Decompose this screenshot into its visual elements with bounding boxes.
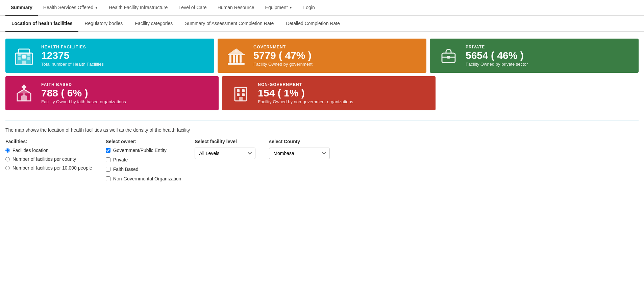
nav-summary[interactable]: Summary xyxy=(5,0,38,16)
card-private-number: 5654 ( 46% ) xyxy=(466,49,528,62)
checkbox-faith-input[interactable] xyxy=(106,167,110,172)
county-group: select County Mombasa Nairobi Kisumu Nak… xyxy=(269,139,330,159)
card-health-facilities-category: HEALTH FACILITIES xyxy=(41,45,104,49)
svg-rect-12 xyxy=(228,54,245,55)
facility-level-label: Select facility level xyxy=(195,139,255,144)
svg-rect-27 xyxy=(23,93,25,96)
nav-level-of-care[interactable]: Level of Care xyxy=(173,0,212,16)
nav-infrastructure[interactable]: Health Facility Infrastructure xyxy=(103,0,173,16)
radio-per-10k[interactable]: Number of facilities per 10,000 people xyxy=(5,165,92,171)
svg-rect-15 xyxy=(233,55,235,63)
facility-level-group: Select facility level All Levels Level 1… xyxy=(195,139,255,159)
top-navigation: Summary Health Services Offered ▼ Health… xyxy=(0,0,644,16)
svg-rect-14 xyxy=(229,55,231,63)
stats-cards: HEALTH FACILITIES 12375 Total number of … xyxy=(0,32,644,117)
checkbox-ngo-input[interactable] xyxy=(106,176,110,181)
svg-rect-26 xyxy=(21,95,27,101)
svg-rect-29 xyxy=(237,89,240,92)
subnav-categories[interactable]: Facility categories xyxy=(129,16,179,32)
card-faith-number: 788 ( 6% ) xyxy=(41,87,126,99)
radio-facilities-location[interactable]: Facilities location xyxy=(5,148,92,153)
card-private-category: PRIVATE xyxy=(466,45,528,49)
card-health-facilities: HEALTH FACILITIES 12375 Total number of … xyxy=(5,39,214,73)
government-icon xyxy=(224,46,248,66)
radio-per-county[interactable]: Number of facilities per county xyxy=(5,156,92,162)
svg-rect-9 xyxy=(27,53,30,56)
svg-rect-16 xyxy=(236,55,238,63)
card-private: PRIVATE 5654 ( 46% ) Facility Owned by p… xyxy=(430,39,639,73)
card-private-desc: Facility Owned by private sector xyxy=(466,62,528,67)
card-government-category: GOVERNMENT xyxy=(253,45,313,49)
svg-rect-17 xyxy=(240,55,242,63)
subnav-regulatory[interactable]: Regulatory bodies xyxy=(78,16,129,32)
checkbox-ngo[interactable]: Non-Governmental Organization xyxy=(106,176,181,181)
radio-per-10k-input[interactable] xyxy=(5,166,10,170)
sub-navigation: Location of health facilities Regulatory… xyxy=(0,16,644,32)
building-icon xyxy=(229,84,252,103)
checkbox-private-label: Private xyxy=(113,157,128,162)
checkbox-faith-label: Faith Based xyxy=(113,167,139,172)
svg-rect-23 xyxy=(22,86,26,88)
subnav-completion-summary[interactable]: Summary of Assessment Completion Rate xyxy=(179,16,280,32)
nav-equipment[interactable]: Equipment ▼ xyxy=(260,0,298,16)
facilities-label: Facilities: xyxy=(5,139,92,144)
svg-rect-7 xyxy=(27,57,30,60)
checkbox-private[interactable]: Private xyxy=(106,157,181,162)
checkbox-government-input[interactable] xyxy=(106,148,110,153)
subnav-location[interactable]: Location of health facilities xyxy=(5,16,78,32)
card-spacer xyxy=(439,76,639,110)
svg-marker-25 xyxy=(17,89,31,93)
svg-rect-8 xyxy=(18,53,21,56)
card-government-number: 5779 ( 47% ) xyxy=(253,49,313,62)
card-ngo-category: NON-GOVERNMENT xyxy=(258,82,353,87)
owner-control-group: Select owner: Government/Public Entity P… xyxy=(106,139,181,185)
card-faith-category: FAITH BASED xyxy=(41,82,126,87)
card-health-facilities-desc: Total number of Health Facilities xyxy=(41,62,104,67)
checkbox-faith[interactable]: Faith Based xyxy=(106,167,181,172)
card-non-government: NON-GOVERNMENT 154 ( 1% ) Facility Owned… xyxy=(222,76,435,110)
checkbox-government-label: Government/Public Entity xyxy=(113,148,167,153)
svg-rect-21 xyxy=(447,56,450,59)
cards-row-2: FAITH BASED 788 ( 6% ) Facility Owned by… xyxy=(5,76,639,110)
checkbox-private-input[interactable] xyxy=(106,157,110,162)
card-government: GOVERNMENT 5779 ( 47% ) Facility Owned b… xyxy=(218,39,426,73)
card-ngo-number: 154 ( 1% ) xyxy=(258,87,353,99)
radio-per-10k-label: Number of facilities per 10,000 people xyxy=(13,165,92,171)
svg-rect-5 xyxy=(24,54,24,59)
map-controls-section: The map shows the location of health fac… xyxy=(0,123,644,192)
subnav-completion-detail[interactable]: Detailed Completion Rate xyxy=(280,16,346,32)
card-faith-desc: Facility Owned by faith based organizati… xyxy=(41,99,126,104)
card-faith-based: FAITH BASED 788 ( 6% ) Facility Owned by… xyxy=(5,76,219,110)
nav-login[interactable]: Login xyxy=(298,0,320,16)
checkbox-ngo-label: Non-Governmental Organization xyxy=(113,176,181,181)
svg-point-18 xyxy=(235,50,238,52)
radio-per-county-label: Number of facilities per county xyxy=(13,156,76,162)
county-label: select County xyxy=(269,139,330,144)
health-services-dropdown-icon: ▼ xyxy=(95,6,98,9)
svg-rect-11 xyxy=(228,63,245,65)
facilities-control-group: Facilities: Facilities location Number o… xyxy=(5,139,92,174)
svg-rect-33 xyxy=(239,97,243,101)
map-controls: Facilities: Facilities location Number o… xyxy=(5,139,639,185)
equipment-dropdown-icon: ▼ xyxy=(289,6,293,9)
map-description-text: The map shows the location of health fac… xyxy=(5,127,639,133)
card-health-facilities-number: 12375 xyxy=(41,49,104,62)
radio-per-county-input[interactable] xyxy=(5,157,10,161)
svg-rect-32 xyxy=(242,93,245,96)
facility-level-select[interactable]: All Levels Level 1 Level 2 Level 3 Level… xyxy=(195,148,255,159)
svg-rect-10 xyxy=(22,61,26,64)
cards-row-1: HEALTH FACILITIES 12375 Total number of … xyxy=(5,39,639,73)
svg-rect-6 xyxy=(18,57,21,60)
svg-rect-30 xyxy=(242,89,245,92)
radio-facilities-location-input[interactable] xyxy=(5,148,10,153)
checkbox-government[interactable]: Government/Public Entity xyxy=(106,148,181,153)
nav-human-resource[interactable]: Human Resource xyxy=(212,0,260,16)
county-select[interactable]: Mombasa Nairobi Kisumu Nakuru xyxy=(269,148,330,159)
nav-health-services[interactable]: Health Services Offered ▼ xyxy=(38,0,103,16)
owner-label: Select owner: xyxy=(106,139,181,144)
section-divider xyxy=(5,120,639,120)
radio-facilities-location-label: Facilities location xyxy=(13,148,49,153)
church-icon xyxy=(12,83,36,104)
svg-rect-31 xyxy=(237,93,240,96)
hospital-icon xyxy=(12,46,36,66)
